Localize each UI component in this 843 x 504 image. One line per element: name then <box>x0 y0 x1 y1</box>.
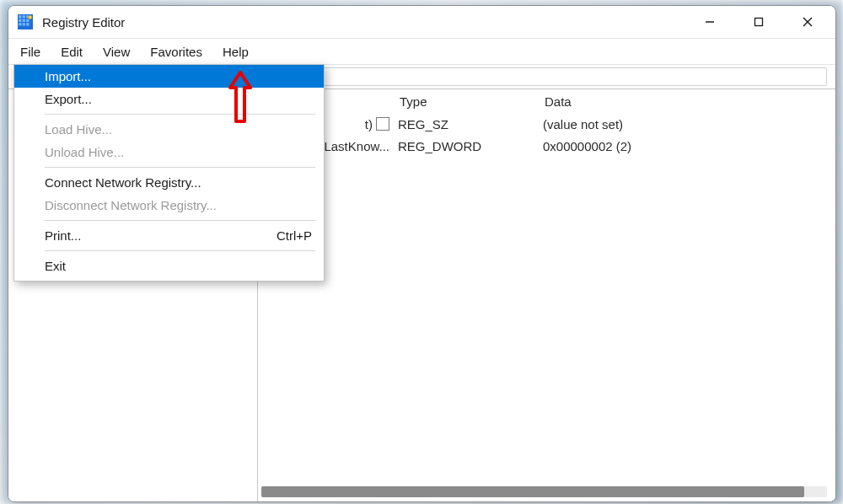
menu-favorites[interactable]: Favorites <box>140 39 212 64</box>
registry-editor-window: Registry Editor File Edit View Favorites… <box>8 5 836 502</box>
scrollbar-thumb[interactable] <box>261 486 804 497</box>
svg-rect-5 <box>23 19 25 22</box>
minimize-button[interactable] <box>685 6 734 38</box>
menu-separator <box>45 167 315 168</box>
col-data-header[interactable]: Data <box>540 89 835 113</box>
value-data: 0x00000002 (2) <box>538 139 835 153</box>
menu-item-exit[interactable]: Exit <box>14 255 324 277</box>
svg-rect-2 <box>23 15 25 18</box>
menu-item-unload-hive: Unload Hive... <box>14 141 324 164</box>
file-dropdown-menu: Import... Export... Load Hive... Unload … <box>13 64 325 281</box>
menu-item-import[interactable]: Import... <box>14 65 324 88</box>
menu-separator <box>45 250 315 251</box>
values-panel: Type Data t) REG_SZ (value not set) Last… <box>258 89 835 501</box>
value-data: (value not set) <box>538 117 835 131</box>
value-type: REG_DWORD <box>393 139 538 153</box>
menu-item-label: Print... <box>45 228 81 243</box>
svg-rect-12 <box>755 19 763 26</box>
svg-rect-1 <box>19 15 21 18</box>
menu-item-print[interactable]: Print... Ctrl+P <box>14 224 324 247</box>
value-name: LastKnow... <box>324 139 389 153</box>
registry-editor-icon <box>17 13 34 30</box>
menu-edit[interactable]: Edit <box>51 39 93 64</box>
menu-item-export[interactable]: Export... <box>14 88 324 110</box>
svg-rect-8 <box>23 23 25 25</box>
svg-rect-9 <box>26 23 29 25</box>
value-row[interactable]: LastKnow... REG_DWORD 0x00000002 (2) <box>258 135 835 157</box>
svg-rect-4 <box>19 19 21 22</box>
caption-buttons <box>685 6 832 38</box>
value-row[interactable]: t) REG_SZ (value not set) <box>258 113 835 135</box>
menu-view[interactable]: View <box>93 39 140 64</box>
menu-item-load-hive: Load Hive... <box>14 118 324 141</box>
menu-item-disconnect-network-registry: Disconnect Network Registry... <box>14 194 324 217</box>
titlebar: Registry Editor <box>8 6 835 39</box>
rows-container: t) REG_SZ (value not set) LastKnow... RE… <box>258 113 835 501</box>
window-title: Registry Editor <box>42 15 125 29</box>
svg-rect-7 <box>19 23 21 25</box>
menu-file[interactable]: File <box>10 39 51 64</box>
close-button[interactable] <box>783 6 832 38</box>
svg-rect-6 <box>26 19 29 22</box>
maximize-button[interactable] <box>734 6 783 38</box>
columns-header: Type Data <box>258 89 835 113</box>
menu-item-connect-network-registry[interactable]: Connect Network Registry... <box>14 171 324 194</box>
menu-help[interactable]: Help <box>212 39 259 64</box>
menu-separator <box>45 220 315 221</box>
horizontal-scrollbar[interactable] <box>261 486 827 497</box>
name-column-resize-grip-icon <box>376 117 389 131</box>
value-type: REG_SZ <box>393 117 538 131</box>
menu-item-accelerator: Ctrl+P <box>277 228 312 243</box>
menubar: File Edit View Favorites Help <box>8 39 835 65</box>
menu-separator <box>45 114 315 115</box>
col-type-header[interactable]: Type <box>395 89 540 113</box>
value-name: t) <box>365 117 373 131</box>
svg-point-10 <box>28 15 32 19</box>
